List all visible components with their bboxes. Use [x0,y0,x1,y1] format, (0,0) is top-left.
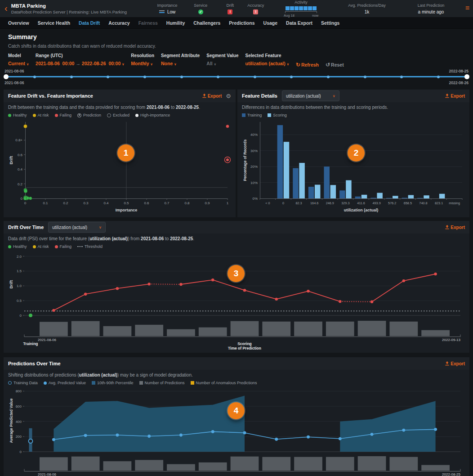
svg-text:missing: missing [449,201,460,205]
legend-swatch [8,114,11,117]
svg-text:0: 0 [24,201,27,205]
svg-text:823.1: 823.1 [435,201,443,205]
segment-attribute-select[interactable]: None∨ [161,61,200,66]
back-chevron-icon[interactable]: ‹ [0,4,11,13]
chart-legend: HealthyAt riskFailingThreshold [4,241,469,249]
activity-cell [295,6,299,10]
tab-predictions[interactable]: Predictions [229,20,254,26]
legend-item: At risk [33,113,49,117]
panel-title: Feature Details [242,93,277,99]
svg-text:Importance: Importance [116,208,138,212]
svg-text:800: 800 [16,389,22,393]
range-select[interactable]: 2021-08-06 00:00 → 2022-08-26 00:00∨ [36,61,124,66]
tab-accuracy[interactable]: Accuracy [108,20,129,26]
slider-handle-end[interactable] [464,74,469,79]
svg-text:0.8: 0.8 [184,201,190,205]
summary-section: Summary Catch shifts in data distributio… [0,29,473,49]
segment-value-select: All∨ [206,61,238,66]
timeline-end-top-label: 2022-08-25 [449,69,469,73]
svg-text:2022-08-25: 2022-08-25 [442,472,460,476]
export-button[interactable]: Export [202,94,222,99]
segment-attribute-control: Segment Attribute None∨ [161,53,200,66]
drift-feature-dropdown[interactable]: utilization (actual)∨ [48,222,106,233]
legend-item: At risk [33,244,49,249]
selected-feature-select[interactable]: utilization (actual)∨ [245,61,289,66]
legend-item: Threshold [77,244,103,249]
resolution-select[interactable]: Monthly∨ [131,61,154,66]
legend-item: 10th-90th Percentile [92,381,134,385]
stat-last-prediction: Last Prediction a minute ago [401,3,461,14]
svg-text:2021-08-06: 2021-08-06 [38,472,56,476]
summary-description: Catch shifts in data distributions that … [8,44,465,49]
export-icon [445,361,449,366]
slider-tick-dot [217,76,219,78]
svg-text:Percentage of Records: Percentage of Records [243,139,247,181]
tab-usage[interactable]: Usage [263,20,278,26]
tab-fairness[interactable]: Fairness [138,20,158,26]
slider-tick-dot [254,76,256,78]
svg-text:0.2: 0.2 [63,201,68,205]
slider-tick-dot [70,76,73,78]
legend-item: Healthy [8,113,27,117]
feature-details-dropdown[interactable]: utilization (actual)∨ [282,90,339,101]
panel-title: Feature Drift vs. Feature Importance [8,93,93,99]
svg-text:utilization (actual): utilization (actual) [344,208,379,212]
slider-handle-start[interactable] [4,74,9,79]
importance-value: Low [167,9,175,14]
model-select[interactable]: Current∨ [8,61,29,66]
svg-text:0.4: 0.4 [103,201,109,205]
stat-drift: Drift ! [218,3,242,14]
activity-start: Aug 18 [284,13,295,18]
svg-text:82.3: 82.3 [295,201,302,205]
stat-accuracy: Accuracy ! [242,3,269,14]
svg-text:Training: Training [23,341,38,346]
range-control: Range (UTC) 2021-08-06 00:00 → 2022-08-2… [36,53,124,66]
gear-icon[interactable]: ⚙ [226,93,231,99]
tab-data-drift[interactable]: Data Drift [79,20,100,26]
tab-settings[interactable]: Settings [321,20,339,26]
tab-data-export[interactable]: Data Export [286,20,312,26]
svg-text:0%: 0% [252,197,258,201]
export-icon [202,94,206,98]
export-icon [445,94,449,98]
tab-overview[interactable]: Overview [8,20,29,26]
callout-badge-4: 4 [228,402,245,419]
service-ok-icon: ✓ [198,9,203,14]
legend-swatch [92,381,95,385]
legend-swatch [33,114,36,117]
feature-drift-panel: Feature Drift vs. Feature Importance Exp… [4,90,236,217]
refresh-button[interactable]: ↻Refresh [296,62,319,68]
legend-swatch [191,381,194,385]
activity-heatmap [286,6,317,10]
feature-drift-scatter-chart: 00.10.20.30.40.50.60.70.80.9100.20.40.60… [8,118,231,213]
tab-challengers[interactable]: Challengers [193,20,220,26]
export-button[interactable]: Export [445,225,465,230]
chart-legend: TrainingScoring [237,110,469,117]
last-prediction-value: a minute ago [418,9,444,14]
svg-text:200: 200 [16,435,22,439]
chart-legend: Training DataAvg. Predicted Value10th-90… [4,377,469,385]
svg-text:0: 0 [20,450,22,454]
svg-text:10%: 10% [250,181,258,185]
legend-swatch [8,381,12,385]
legend-swatch [139,381,143,385]
tab-humility[interactable]: Humility [166,20,185,26]
hamburger-menu-icon[interactable]: ≡ [465,4,469,12]
timeline-start-bottom-label: 2021-08-06 [4,81,24,85]
chart-legend: HealthyAt riskFailingPredictionExcludedH… [4,110,236,117]
feature-details-panel: Feature Details utilization (actual)∨ Ex… [237,90,469,217]
svg-text:600: 600 [16,404,22,409]
panel-description: Shifting distributions of predictions (u… [4,370,469,377]
legend-item: Prediction [77,113,101,117]
export-button[interactable]: Export [445,94,465,99]
tab-service-health[interactable]: Service Health [38,20,70,26]
legend-swatch [33,245,36,248]
reset-button[interactable]: ↺Reset [326,62,344,68]
svg-text:< 0: < 0 [265,201,270,205]
panel-description: Data drift (PSI) over time for the featu… [4,234,469,241]
svg-text:0.9: 0.9 [205,201,210,205]
legend-item: Number of Predictions [139,381,185,385]
slider-tick-dot [143,76,146,78]
export-button[interactable]: Export [445,361,465,366]
slider-track[interactable] [4,76,469,77]
